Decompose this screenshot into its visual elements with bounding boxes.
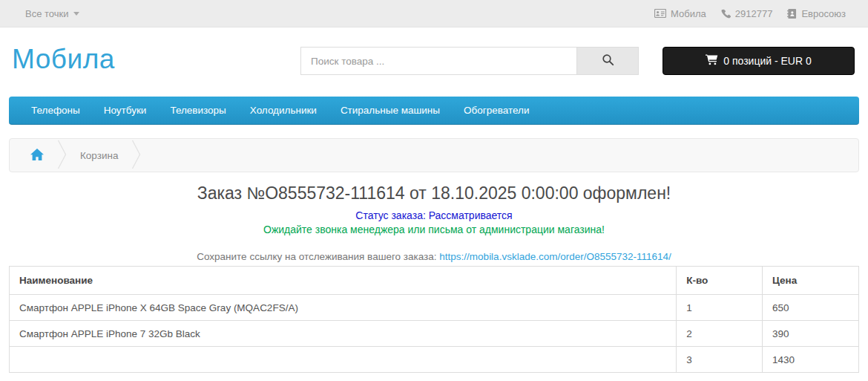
cell-price: 390 [763, 321, 859, 347]
nav-item-heaters[interactable]: Обогреватели [452, 105, 541, 116]
topbar-region-label: Евросоюз [801, 8, 846, 19]
cell-qty: 1 [677, 295, 763, 321]
points-dropdown[interactable]: Все точки [25, 8, 79, 19]
cell-price: 650 [763, 295, 859, 321]
topbar-phone-label: 2912777 [735, 8, 773, 19]
topbar-company-label: Мобила [671, 8, 706, 19]
order-table: Наименование К-во Цена Смартфон APPLE iP… [9, 266, 859, 373]
cell-product-name: Смартфон APPLE iPhone X 64GB Space Gray … [10, 295, 677, 321]
site-logo[interactable]: Мобила [12, 44, 115, 75]
table-row: Смартфон APPLE iPhone X 64GB Space Gray … [10, 295, 859, 321]
topbar-contacts: Мобила 2912777 Евросоюз [654, 8, 846, 19]
cell-product-name [10, 347, 677, 373]
search-input[interactable] [300, 47, 576, 75]
search-icon [602, 53, 614, 68]
table-row: Смартфон APPLE iPhone 7 32Gb Black 2 390 [10, 321, 859, 347]
breadcrumb-separator [57, 138, 67, 173]
search-button[interactable] [576, 47, 639, 75]
order-status: Статус заказа: Рассматривается [0, 209, 868, 221]
order-notice: Ожидайте звонка менеджера или письма от … [0, 224, 868, 235]
cart-icon [706, 54, 718, 68]
nav-item-laptops[interactable]: Ноутбуки [92, 105, 159, 116]
col-header-qty: К-во [677, 267, 763, 295]
main-nav: Телефоны Ноутбуки Телевизоры Холодильник… [9, 97, 859, 125]
cell-product-name: Смартфон APPLE iPhone 7 32Gb Black [10, 321, 677, 347]
nav-item-phones[interactable]: Телефоны [19, 105, 92, 116]
tracking-label: Сохраните ссылку на отслеживания вашего … [197, 251, 436, 262]
breadcrumb: Корзина [9, 138, 859, 172]
points-dropdown-label: Все точки [25, 8, 69, 19]
table-header-row: Наименование К-во Цена [10, 267, 859, 295]
breadcrumb-home[interactable] [30, 149, 44, 163]
topbar-region-link[interactable]: Евросоюз [787, 8, 846, 19]
id-card-icon [654, 9, 666, 18]
topbar-phone-link[interactable]: 2912777 [721, 8, 773, 19]
nav-item-fridges[interactable]: Холодильники [238, 105, 329, 116]
cell-price: 1430 [763, 347, 859, 373]
caret-down-icon [73, 12, 79, 16]
topbar-company-link[interactable]: Мобила [654, 8, 706, 19]
nav-item-washers[interactable]: Стиральные машины [329, 105, 452, 116]
cell-qty: 2 [677, 321, 763, 347]
cart-button[interactable]: 0 позиций - EUR 0 [662, 47, 855, 75]
col-header-name: Наименование [10, 267, 677, 295]
home-icon [30, 149, 44, 163]
header: Мобила 0 позиций - EUR 0 [0, 27, 868, 97]
breadcrumb-separator [131, 138, 141, 173]
cart-button-label: 0 позиций - EUR 0 [723, 55, 811, 67]
breadcrumb-current: Корзина [80, 150, 118, 161]
order-title: Заказ №O8555732-111614 от 18.10.2025 0:0… [0, 183, 868, 203]
search-box [300, 47, 639, 75]
nav-item-tvs[interactable]: Телевизоры [158, 105, 237, 116]
phone-icon [721, 9, 731, 19]
tracking-link[interactable]: https://mobila.vsklade.com/order/O855573… [439, 251, 671, 262]
tracking-line: Сохраните ссылку на отслеживания вашего … [0, 251, 868, 262]
cell-qty: 3 [677, 347, 763, 373]
topbar: Все точки Мобила 2912777 Евросоюз [0, 0, 868, 27]
table-row: 3 1430 [10, 347, 859, 373]
col-header-price: Цена [763, 267, 859, 295]
address-book-icon [787, 9, 797, 19]
